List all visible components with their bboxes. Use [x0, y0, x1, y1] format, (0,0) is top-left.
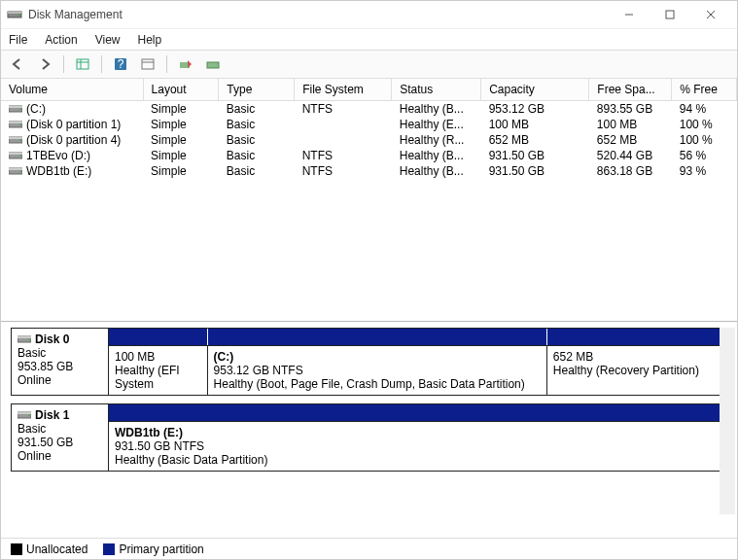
svg-point-27 — [19, 155, 21, 157]
action-button-1[interactable] — [175, 53, 196, 75]
svg-rect-29 — [9, 168, 22, 170]
svg-point-30 — [19, 170, 21, 172]
svg-rect-15 — [207, 62, 219, 68]
table-row[interactable]: (Disk 0 partition 1)SimpleBasicHealthy (… — [1, 117, 737, 132]
toolbar-separator — [101, 55, 102, 73]
refresh-button[interactable] — [137, 53, 158, 75]
toolbar-separator — [63, 55, 64, 73]
window-title: Disk Management — [28, 8, 609, 21]
column-header[interactable]: Volume — [1, 79, 143, 101]
svg-point-36 — [28, 414, 30, 416]
column-header[interactable]: File System — [295, 79, 392, 101]
menu-help[interactable]: Help — [138, 33, 162, 47]
svg-rect-26 — [9, 153, 22, 155]
svg-point-21 — [19, 123, 21, 125]
menu-view[interactable]: View — [95, 33, 121, 47]
legend: Unallocated Primary partition — [1, 538, 737, 559]
maximize-button[interactable] — [650, 3, 690, 26]
svg-point-24 — [19, 139, 21, 141]
volume-list-pane: VolumeLayoutTypeFile SystemStatusCapacit… — [1, 79, 737, 322]
menu-action[interactable]: Action — [45, 33, 77, 47]
svg-rect-23 — [9, 137, 22, 139]
column-header[interactable]: % Free — [672, 79, 737, 101]
partition-cell[interactable]: 652 MBHealthy (Recovery Partition) — [547, 346, 726, 395]
scrollbar[interactable] — [720, 328, 735, 514]
table-row[interactable]: 1TBEvo (D:)SimpleBasicNTFSHealthy (B...9… — [1, 148, 737, 163]
svg-rect-7 — [77, 59, 88, 69]
svg-point-18 — [19, 108, 21, 110]
column-header[interactable]: Capacity — [481, 79, 589, 101]
back-button[interactable] — [7, 53, 28, 75]
legend-primary: Primary partition — [103, 542, 203, 556]
help-button[interactable]: ? — [110, 53, 131, 75]
toolbar: ? — [1, 50, 737, 79]
disk-row[interactable]: Disk 1Basic931.50 GBOnlineWDB1tb (E:)931… — [11, 403, 727, 472]
column-header[interactable]: Free Spa... — [589, 79, 672, 101]
column-header[interactable]: Type — [219, 79, 295, 101]
menu-file[interactable]: File — [9, 33, 27, 47]
column-header[interactable]: Layout — [143, 79, 219, 101]
svg-text:?: ? — [118, 57, 124, 71]
disk-map-pane: Disk 0Basic953.85 GBOnline100 MBHealthy … — [1, 322, 737, 538]
disk-header: Disk 1Basic931.50 GBOnline — [12, 404, 109, 471]
svg-rect-4 — [666, 11, 674, 18]
svg-rect-1 — [8, 12, 21, 14]
svg-rect-20 — [9, 122, 22, 123]
svg-rect-17 — [9, 106, 22, 108]
titlebar: Disk Management — [1, 1, 737, 28]
partition-cell[interactable]: 100 MBHealthy (EFI System — [109, 346, 208, 395]
close-button[interactable] — [690, 3, 731, 26]
table-row[interactable]: (Disk 0 partition 4)SimpleBasicHealthy (… — [1, 132, 737, 148]
svg-rect-35 — [18, 412, 31, 414]
partition-cell[interactable]: WDB1tb (E:)931.50 GB NTFSHealthy (Basic … — [109, 422, 726, 471]
app-icon — [7, 7, 22, 22]
svg-rect-32 — [18, 336, 31, 338]
legend-unallocated: Unallocated — [11, 542, 88, 556]
svg-rect-12 — [142, 59, 154, 69]
volume-table: VolumeLayoutTypeFile SystemStatusCapacit… — [1, 79, 737, 179]
forward-button[interactable] — [34, 53, 55, 75]
table-row[interactable]: (C:)SimpleBasicNTFSHealthy (B...953.12 G… — [1, 101, 737, 118]
minimize-button[interactable] — [609, 3, 650, 26]
action-button-2[interactable] — [202, 53, 224, 75]
partition-cell[interactable]: (C:)953.12 GB NTFSHealthy (Boot, Page Fi… — [208, 346, 547, 395]
disk-header: Disk 0Basic953.85 GBOnline — [12, 329, 109, 395]
svg-point-2 — [18, 14, 20, 16]
disk-row[interactable]: Disk 0Basic953.85 GBOnline100 MBHealthy … — [11, 328, 727, 396]
table-row[interactable]: WDB1tb (E:)SimpleBasicNTFSHealthy (B...9… — [1, 163, 737, 179]
svg-point-33 — [28, 338, 30, 340]
toolbar-separator — [166, 55, 167, 73]
column-header[interactable]: Status — [392, 79, 481, 101]
view-settings-button[interactable] — [72, 53, 93, 75]
menubar: File Action View Help — [1, 28, 737, 50]
